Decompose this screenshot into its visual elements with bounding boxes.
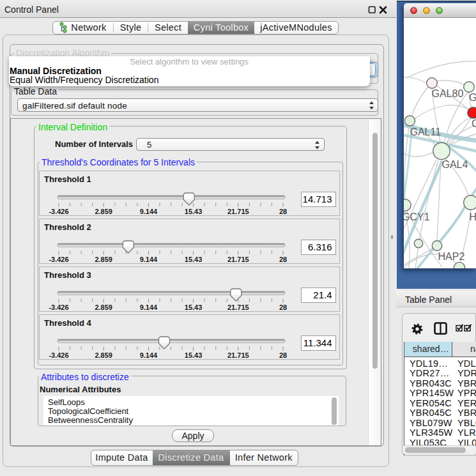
- svg-text:28: 28: [279, 351, 287, 359]
- svg-text:-3.426: -3.426: [49, 256, 68, 263]
- svg-text:28: 28: [279, 303, 287, 311]
- svg-text:2.859: 2.859: [95, 208, 112, 215]
- svg-text:15.43: 15.43: [185, 351, 203, 359]
- svg-text:21.715: 21.715: [227, 303, 249, 311]
- svg-text:GAL80: GAL80: [432, 88, 464, 99]
- svg-text:HAP2: HAP2: [438, 251, 465, 262]
- svg-text:-3.426: -3.426: [49, 208, 68, 215]
- svg-text:9.144: 9.144: [140, 303, 158, 311]
- svg-text:21.715: 21.715: [227, 256, 249, 263]
- svg-text:2.859: 2.859: [95, 256, 112, 263]
- svg-text:15.43: 15.43: [185, 303, 203, 311]
- svg-text:H: H: [470, 211, 476, 222]
- svg-text:21.715: 21.715: [227, 351, 249, 359]
- svg-text:-3.426: -3.426: [49, 351, 68, 359]
- svg-text:2.859: 2.859: [95, 351, 112, 359]
- svg-text:C: C: [472, 118, 476, 129]
- svg-text:GA: GA: [469, 92, 476, 103]
- svg-text:9.144: 9.144: [140, 208, 158, 215]
- svg-text:9.144: 9.144: [140, 351, 158, 359]
- svg-text:28: 28: [279, 208, 287, 215]
- svg-text:15.43: 15.43: [185, 208, 203, 215]
- svg-text:15.43: 15.43: [185, 256, 203, 263]
- svg-text:2.859: 2.859: [95, 303, 112, 311]
- svg-text:GAL4: GAL4: [442, 159, 468, 170]
- svg-text:9.144: 9.144: [140, 256, 158, 263]
- svg-text:21.715: 21.715: [227, 208, 249, 215]
- svg-text:GAL11: GAL11: [410, 127, 441, 137]
- svg-text:GCY1: GCY1: [404, 211, 430, 222]
- svg-text:28: 28: [279, 256, 287, 263]
- svg-text:-3.426: -3.426: [49, 303, 68, 311]
